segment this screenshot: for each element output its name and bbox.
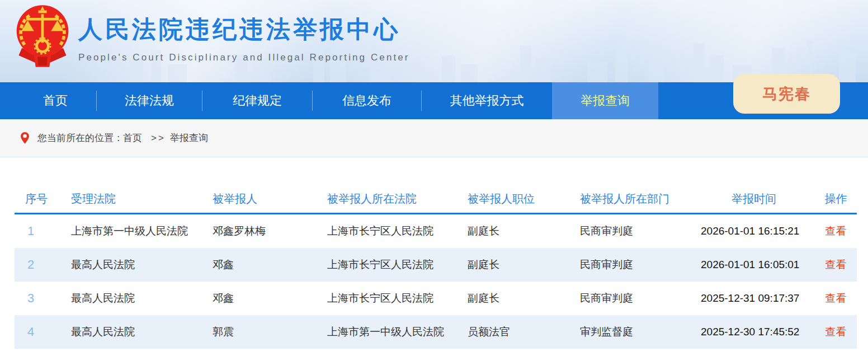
table-row: 4最高人民法院郭震上海市第一中级人民法院员额法官审判监督庭2025-12-30 … xyxy=(15,315,857,349)
user-badge[interactable]: 马宪春 xyxy=(733,74,840,114)
cell-index: 2 xyxy=(15,258,71,272)
nav-item-report-query[interactable]: 举报查询 xyxy=(552,82,658,119)
cell-time: 2025-12-30 17:45:52 xyxy=(701,326,807,338)
view-link[interactable]: 查看 xyxy=(825,292,847,304)
cell-person_court: 上海市第一中级人民法院 xyxy=(327,325,468,339)
cell-reported_person: 邓鑫罗林梅 xyxy=(213,224,327,238)
cell-position: 副庭长 xyxy=(468,258,580,272)
nav-items: 首页法律法规纪律规定信息发布其他举报方式举报查询 xyxy=(0,82,658,119)
breadcrumb-separator: >> xyxy=(151,133,166,144)
column-header-department: 被举报人所在部门 xyxy=(580,191,701,207)
location-pin-icon xyxy=(20,132,30,144)
nav-item-laws[interactable]: 法律法规 xyxy=(97,82,202,119)
breadcrumb-current: 举报查询 xyxy=(170,132,208,144)
cell-index: 1 xyxy=(15,224,71,238)
cell-action: 查看 xyxy=(807,258,857,272)
nav-item-other-report[interactable]: 其他举报方式 xyxy=(422,82,552,119)
cell-time: 2025-12-31 09:17:37 xyxy=(701,292,807,305)
cell-reported_person: 邓鑫 xyxy=(213,291,327,306)
view-link[interactable]: 查看 xyxy=(825,326,847,338)
table-body: 1上海市第一中级人民法院邓鑫罗林梅上海市长宁区人民法院副庭长民商审判庭2026-… xyxy=(15,214,857,349)
column-header-court: 受理法院 xyxy=(71,191,213,207)
nav-item-news[interactable]: 信息发布 xyxy=(313,82,421,119)
cell-court: 最高人民法院 xyxy=(71,291,213,306)
table-row: 2最高人民法院邓鑫上海市长宁区人民法院副庭长民商审判庭2026-01-01 16… xyxy=(15,248,857,282)
column-header-action: 操作 xyxy=(807,191,857,207)
cell-position: 副庭长 xyxy=(468,291,580,306)
nav-item-discipline[interactable]: 纪律规定 xyxy=(202,82,312,119)
cell-department: 民商审判庭 xyxy=(580,291,701,306)
cell-position: 副庭长 xyxy=(468,224,580,238)
cell-reported_person: 郭震 xyxy=(213,325,327,339)
cell-person_court: 上海市长宁区人民法院 xyxy=(327,224,468,238)
cell-court: 最高人民法院 xyxy=(71,325,213,339)
cell-position: 员额法官 xyxy=(468,325,580,339)
report-table: 序号受理法院被举报人被举报人所在法院被举报人职位被举报人所在部门举报时间操作 1… xyxy=(15,185,857,349)
column-header-person_court: 被举报人所在法院 xyxy=(327,191,468,207)
column-header-time: 举报时间 xyxy=(701,191,807,207)
cell-court: 上海市第一中级人民法院 xyxy=(71,224,213,238)
cell-department: 民商审判庭 xyxy=(580,258,701,272)
cell-time: 2026-01-01 16:15:21 xyxy=(701,225,807,237)
site-subtitle: People's Court Disciplinary and Illegal … xyxy=(78,52,410,63)
cell-action: 查看 xyxy=(807,325,857,339)
main-nav: 首页法律法规纪律规定信息发布其他举报方式举报查询 马宪春 xyxy=(0,82,868,119)
column-header-position: 被举报人职位 xyxy=(468,191,580,207)
cell-person_court: 上海市长宁区人民法院 xyxy=(327,258,468,272)
cell-person_court: 上海市长宁区人民法院 xyxy=(327,291,468,306)
cell-reported_person: 邓鑫 xyxy=(213,258,327,272)
cell-index: 4 xyxy=(15,325,71,339)
cell-department: 民商审判庭 xyxy=(580,224,701,238)
table-row: 1上海市第一中级人民法院邓鑫罗林梅上海市长宁区人民法院副庭长民商审判庭2026-… xyxy=(15,214,857,248)
court-emblem-logo xyxy=(13,3,72,68)
site-header: 人民法院违纪违法举报中心 People's Court Disciplinary… xyxy=(0,0,868,82)
main-content: 序号受理法院被举报人被举报人所在法院被举报人职位被举报人所在部门举报时间操作 1… xyxy=(0,185,868,349)
nav-item-home[interactable]: 首页 xyxy=(0,82,96,119)
cell-department: 审判监督庭 xyxy=(580,325,701,339)
cell-action: 查看 xyxy=(807,224,857,238)
table-row: 3最高人民法院邓鑫上海市长宁区人民法院副庭长民商审判庭2025-12-31 09… xyxy=(15,282,857,315)
breadcrumb: 您当前所在的位置： 首页 >> 举报查询 xyxy=(0,119,868,157)
column-header-reported_person: 被举报人 xyxy=(213,191,327,207)
cell-action: 查看 xyxy=(807,291,857,306)
table-header-row: 序号受理法院被举报人被举报人所在法院被举报人职位被举报人所在部门举报时间操作 xyxy=(15,185,857,214)
site-title: 人民法院违纪违法举报中心 xyxy=(78,13,410,46)
view-link[interactable]: 查看 xyxy=(825,259,847,270)
column-header-index: 序号 xyxy=(15,191,71,207)
cell-court: 最高人民法院 xyxy=(71,258,213,272)
cell-index: 3 xyxy=(15,291,71,306)
breadcrumb-home-link[interactable]: 首页 xyxy=(123,132,142,144)
breadcrumb-prefix: 您当前所在的位置： xyxy=(37,132,123,144)
view-link[interactable]: 查看 xyxy=(825,225,847,237)
cell-time: 2026-01-01 16:05:01 xyxy=(701,259,807,271)
